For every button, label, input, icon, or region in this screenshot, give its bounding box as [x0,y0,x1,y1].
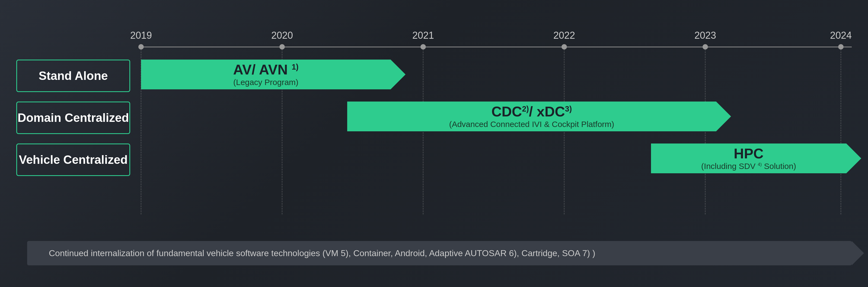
bottom-banner: Continued internalization of fundamental… [27,241,852,265]
chart-container: 2019 2020 2021 2022 2023 2024 Stand Alon… [0,0,868,287]
bar-avn: AV/ AVN 1) (Legacy Program) [141,60,391,89]
bar-cdc-title: CDC2)/ xDC3) [492,104,572,119]
bar-cdc-subtitle: (Advanced Connected IVI & Cockpit Platfo… [449,120,614,129]
bar-avn-subtitle: (Legacy Program) [233,78,299,87]
year-label-2023: 2023 [694,30,716,41]
bar-hpc-title: HPC [734,146,764,162]
year-label-2022: 2022 [553,30,575,41]
bar-hpc: HPC (Including SDV 4) Solution) [651,143,846,173]
category-vehicle-centralized: Vehicle Centralized [16,143,130,176]
vline-2024 [841,46,841,214]
year-label-2021: 2021 [412,30,434,41]
category-stand-alone: Stand Alone [16,60,130,92]
year-label-2024: 2024 [830,30,852,41]
bar-avn-title: AV/ AVN 1) [233,62,299,77]
year-label-2020: 2020 [271,30,293,41]
bar-cdc: CDC2)/ xDC3) (Advanced Connected IVI & C… [347,102,716,131]
timeline-axis [141,46,852,47]
bar-hpc-subtitle: (Including SDV 4) Solution) [701,162,796,171]
year-label-2019: 2019 [130,30,152,41]
category-domain-centralized: Domain Centralized [16,102,130,134]
bottom-text: Continued internalization of fundamental… [49,248,595,258]
